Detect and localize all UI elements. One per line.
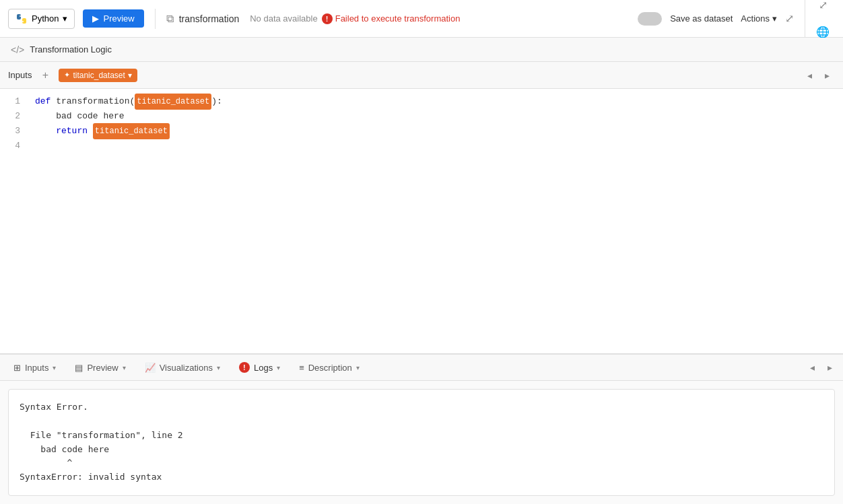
- code-line-4: [35, 139, 835, 153]
- tab-preview[interactable]: ▤ Preview ▾: [67, 355, 133, 380]
- star-icon: ✦: [64, 71, 70, 79]
- tab-logs-arrow: ▾: [277, 364, 280, 371]
- error-text: Failed to execute transformation: [335, 13, 461, 24]
- nav-arrows: ◂ ▸: [801, 67, 835, 83]
- error-badge: ! Failed to execute transformation: [322, 13, 461, 24]
- right-actions: Save as dataset Actions ▾ ⤢: [638, 12, 794, 26]
- actions-button[interactable]: Actions ▾: [741, 13, 777, 24]
- svg-point-3: [22, 21, 24, 22]
- nav-right-button[interactable]: ▸: [819, 67, 835, 83]
- line-num-4: 4: [7, 139, 20, 153]
- no-data-text: No data available: [250, 13, 317, 24]
- preview-label: Preview: [103, 13, 134, 24]
- log-area: Syntax Error. File "transformation", lin…: [8, 389, 835, 496]
- code-editor[interactable]: 1 2 3 4 def transformation(titanic_datas…: [0, 89, 843, 353]
- tab-viz-icon: 📈: [145, 363, 156, 373]
- tab-logs[interactable]: ! Logs ▾: [231, 355, 288, 380]
- svg-rect-1: [22, 18, 26, 24]
- tab-inputs-icon: ⊞: [13, 363, 21, 373]
- log-content: Syntax Error. File "transformation", lin…: [20, 400, 823, 484]
- tab-inputs-label: Inputs: [25, 363, 48, 373]
- svg-rect-0: [17, 14, 21, 20]
- section-title: Transformation Logic: [30, 44, 112, 55]
- toggle-track: [638, 12, 662, 26]
- section-header: </> Transformation Logic: [0, 38, 843, 62]
- bottom-nav-right[interactable]: ▸: [821, 359, 838, 375]
- tab-desc-arrow: ▾: [356, 364, 360, 371]
- top-toolbar: Python ▾ ▶ Preview ⧉ transformation No d…: [0, 0, 843, 38]
- code-line-3: return titanic_dataset: [35, 124, 835, 139]
- chip-dropdown-button[interactable]: ▾: [128, 71, 132, 80]
- python-button[interactable]: Python ▾: [8, 9, 75, 29]
- line-num-1: 1: [7, 94, 20, 109]
- transformation-status: No data available ! Failed to execute tr…: [250, 13, 460, 24]
- tab-logs-label: Logs: [254, 363, 273, 373]
- add-input-button[interactable]: +: [37, 67, 53, 83]
- transformation-icon: ⧉: [166, 13, 174, 25]
- content-area: </> Transformation Logic Inputs + ✦ tita…: [0, 38, 843, 504]
- bottom-panel: ⊞ Inputs ▾ ▤ Preview ▾ 📈 Visualizations …: [0, 353, 843, 504]
- tab-preview-arrow: ▾: [123, 364, 126, 371]
- python-icon: [15, 13, 28, 25]
- preview-play-icon: ▶: [92, 13, 99, 24]
- tab-description[interactable]: ≡ Description ▾: [291, 355, 368, 380]
- actions-chevron: ▾: [772, 13, 777, 24]
- line-numbers: 1 2 3 4: [0, 94, 27, 348]
- svg-point-2: [20, 15, 21, 17]
- editor-section: Inputs + ✦ titanic_dataset ▾ ◂ ▸ 1 2 3: [0, 62, 843, 353]
- line-num-2: 2: [7, 109, 20, 124]
- tab-preview-label: Preview: [87, 363, 118, 373]
- transformation-name: transformation: [179, 13, 239, 24]
- code-lines: def transformation(titanic_dataset): bad…: [27, 94, 843, 348]
- inputs-bar: Inputs + ✦ titanic_dataset ▾ ◂ ▸: [0, 62, 843, 89]
- python-chevron: ▾: [63, 13, 67, 24]
- transformation-name-area: ⧉ transformation No data available ! Fai…: [166, 13, 630, 25]
- dataset-chip[interactable]: ✦ titanic_dataset ▾: [59, 69, 137, 82]
- return-dataset: titanic_dataset: [93, 123, 170, 139]
- line-num-3: 3: [7, 124, 20, 139]
- nav-left-button[interactable]: ◂: [801, 67, 817, 83]
- tab-viz-arrow: ▾: [217, 364, 220, 371]
- side-expand-icon[interactable]: ⤢: [811, 0, 835, 17]
- tab-viz-label: Visualizations: [160, 363, 213, 373]
- param-dataset: titanic_dataset: [135, 94, 211, 110]
- code-line-1: def transformation(titanic_dataset):: [35, 94, 835, 109]
- tab-visualizations[interactable]: 📈 Visualizations ▾: [137, 355, 228, 380]
- save-dataset-toggle[interactable]: [638, 12, 662, 26]
- bottom-nav-arrows: ◂ ▸: [804, 359, 838, 375]
- bottom-tabs: ⊞ Inputs ▾ ▤ Preview ▾ 📈 Visualizations …: [0, 354, 843, 381]
- error-circle-icon: !: [322, 13, 333, 24]
- keyword-def: def: [35, 94, 50, 109]
- tab-desc-label: Description: [308, 363, 352, 373]
- bottom-nav-left[interactable]: ◂: [804, 359, 820, 375]
- code-icon: </>: [11, 44, 24, 55]
- tab-preview-icon: ▤: [75, 363, 83, 373]
- dataset-name: titanic_dataset: [73, 71, 125, 80]
- tab-desc-icon: ≡: [299, 363, 304, 373]
- code-line-2: bad code here: [35, 109, 835, 124]
- tab-logs-error-icon: !: [239, 362, 250, 373]
- actions-label: Actions: [741, 13, 770, 24]
- tab-inputs[interactable]: ⊞ Inputs ▾: [5, 355, 64, 380]
- expand-button[interactable]: ⤢: [785, 12, 794, 25]
- toolbar-divider: [155, 9, 156, 29]
- save-dataset-button[interactable]: Save as dataset: [670, 13, 733, 24]
- inputs-label: Inputs: [8, 70, 32, 80]
- python-label: Python: [32, 13, 59, 24]
- main-layout: </> Transformation Logic Inputs + ✦ tita…: [0, 38, 843, 504]
- preview-button[interactable]: ▶ Preview: [83, 9, 143, 28]
- tab-inputs-arrow: ▾: [53, 364, 56, 371]
